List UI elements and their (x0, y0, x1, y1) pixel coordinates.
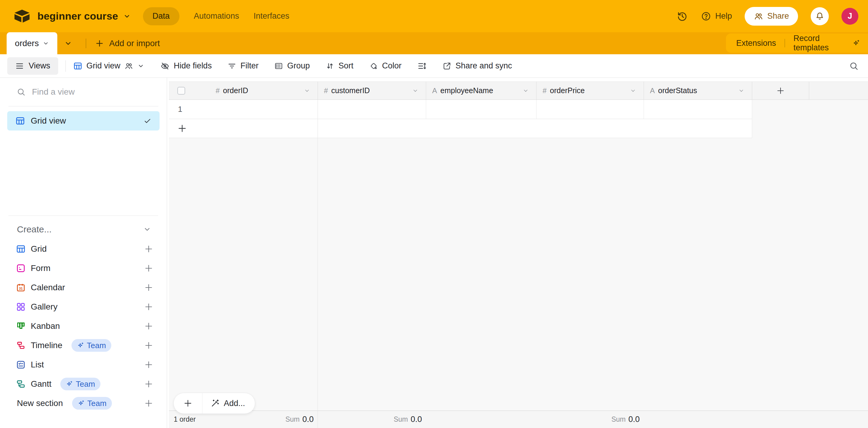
views-sidebar: Grid view Create... Grid Form 31 Calenda (0, 78, 167, 428)
plus-icon[interactable] (144, 302, 154, 312)
divider (784, 39, 785, 47)
topbar-actions: Help Share J (677, 7, 868, 26)
plus-icon[interactable] (144, 321, 154, 331)
column-header-orderID[interactable]: # orderID (169, 82, 318, 99)
sort-button[interactable]: Sort (326, 61, 353, 70)
help-button[interactable]: Help (701, 11, 732, 22)
sparkle-icon (78, 400, 85, 407)
top-bar: beginner course Data Automations Interfa… (0, 0, 868, 32)
add-record-row[interactable] (169, 119, 752, 138)
group-button[interactable]: Group (274, 61, 310, 70)
color-icon (369, 62, 378, 70)
tab-data[interactable]: Data (143, 7, 180, 25)
plus-icon (183, 398, 193, 408)
select-all-checkbox[interactable] (177, 87, 185, 95)
chevron-down-icon[interactable] (412, 88, 418, 94)
column-header-customerID[interactable]: # customerID (318, 82, 426, 99)
plus-icon[interactable] (144, 244, 154, 254)
view-toolbar: Views Grid view Hide fields Filter (0, 54, 868, 78)
gantt-icon (16, 379, 26, 389)
current-view-button[interactable]: Grid view (73, 61, 145, 71)
cell-customerID[interactable] (318, 100, 426, 119)
share-and-sync-button[interactable]: Share and sync (442, 61, 512, 70)
sum-orderPrice[interactable]: Sum 0.0 (536, 411, 640, 428)
cell-employeeName[interactable] (426, 100, 536, 119)
filter-button[interactable]: Filter (227, 61, 258, 70)
color-button[interactable]: Color (369, 61, 402, 70)
notifications-button[interactable] (811, 7, 829, 25)
find-view-input[interactable] (31, 87, 132, 97)
tab-automations[interactable]: Automations (194, 11, 239, 21)
create-item-kanban[interactable]: Kanban (0, 317, 166, 336)
search-icon (16, 87, 26, 97)
list-icon (16, 360, 26, 370)
cell-orderPrice[interactable] (536, 100, 644, 119)
plus-icon[interactable] (144, 263, 154, 273)
avatar[interactable]: J (841, 8, 858, 25)
create-item-timeline[interactable]: Timeline Team (0, 336, 166, 355)
number-field-icon: # (324, 87, 328, 95)
chevron-down-icon[interactable] (630, 88, 637, 94)
add-or-import-button[interactable]: Add or import (95, 32, 160, 54)
table-list-dropdown[interactable] (64, 32, 72, 54)
tab-interfaces[interactable]: Interfaces (254, 11, 289, 21)
record-row-1[interactable]: 1 (169, 100, 752, 119)
plus-icon[interactable] (144, 398, 154, 408)
row-height-icon (417, 61, 427, 71)
plus-icon (95, 39, 104, 48)
sparkle-icon (77, 342, 84, 349)
add-field-button[interactable] (752, 82, 809, 99)
chevron-down-icon[interactable] (738, 88, 745, 94)
create-item-gallery[interactable]: Gallery (0, 297, 166, 317)
views-button[interactable]: Views (7, 57, 58, 75)
plus-icon[interactable] (144, 283, 154, 293)
add-record-button[interactable] (174, 393, 202, 414)
find-view-row (0, 78, 167, 106)
group-icon (274, 62, 283, 70)
chevron-down-icon[interactable] (522, 88, 529, 94)
check-icon (143, 117, 152, 125)
app-tabs: Data Automations Interfaces (143, 7, 289, 25)
history-icon[interactable] (677, 10, 688, 22)
help-icon (701, 11, 711, 22)
add-record-pill: Add... (174, 393, 255, 414)
cell-orderStatus[interactable] (644, 100, 752, 119)
text-field-icon: A (650, 87, 655, 95)
base-title[interactable]: beginner course (37, 10, 118, 22)
search-button[interactable] (849, 54, 859, 78)
sum-customerID[interactable]: Sum 0.0 (318, 411, 422, 428)
airtable-window: beginner course Data Automations Interfa… (0, 0, 868, 428)
plus-icon[interactable] (144, 360, 154, 370)
bell-icon (815, 11, 825, 22)
column-header-orderPrice[interactable]: # orderPrice (536, 82, 644, 99)
airtable-logo-icon[interactable] (13, 9, 31, 24)
chevron-down-icon[interactable] (143, 225, 151, 234)
divider (86, 39, 86, 48)
summary-bar: 1 order Sum 0.0 Sum 0.0 Sum 0.0 (169, 410, 868, 428)
extensions-button[interactable]: Extensions (736, 39, 776, 48)
record-templates-button[interactable]: Record templates (794, 34, 848, 53)
create-header[interactable]: Create... (0, 220, 166, 239)
chevron-down-icon[interactable] (123, 12, 131, 20)
column-header-employeeName[interactable]: A employeeName (426, 82, 536, 99)
chevron-down-icon[interactable] (304, 88, 310, 94)
table-tab-orders[interactable]: orders (7, 32, 57, 54)
create-item-grid[interactable]: Grid (0, 239, 166, 259)
share-button[interactable]: Share (745, 7, 798, 26)
divider (8, 106, 158, 106)
create-item-new-section[interactable]: New section Team (0, 394, 166, 413)
create-item-form[interactable]: Form (0, 259, 166, 278)
hide-fields-button[interactable]: Hide fields (160, 61, 212, 71)
plus-icon[interactable] (144, 379, 154, 389)
create-item-list[interactable]: List (0, 355, 166, 374)
row-height-button[interactable] (417, 61, 427, 71)
divider (8, 216, 158, 216)
plus-icon[interactable] (144, 340, 154, 351)
column-header-orderStatus[interactable]: A orderStatus (644, 82, 752, 99)
add-with-ai-button[interactable]: Add... (203, 393, 255, 414)
strip-right-panel: Extensions Record templates (726, 33, 868, 53)
create-item-calendar[interactable]: 31 Calendar (0, 278, 166, 297)
chevron-down-icon[interactable] (42, 40, 49, 47)
sidebar-view-grid-view[interactable]: Grid view (7, 111, 159, 131)
create-item-gantt[interactable]: Gantt Team (0, 374, 166, 394)
